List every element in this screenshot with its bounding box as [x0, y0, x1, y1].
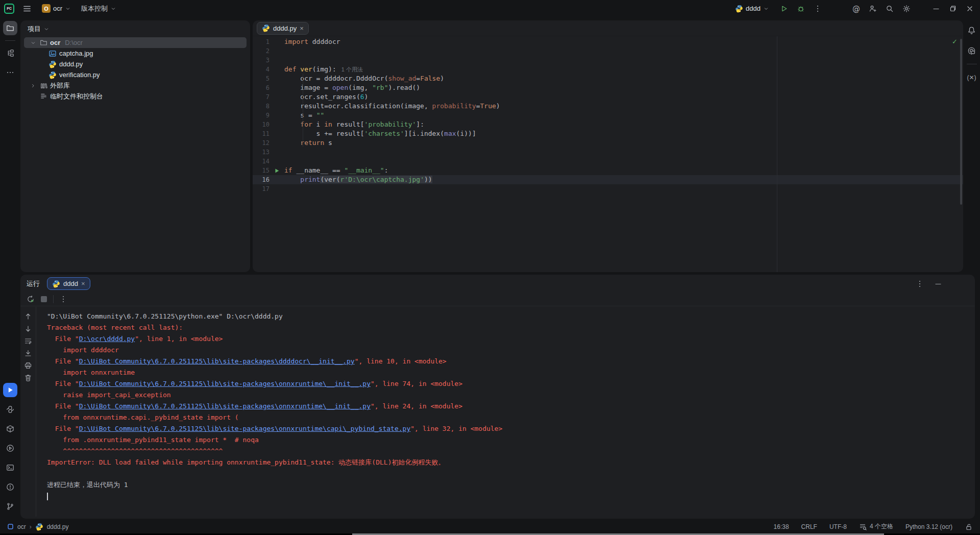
tree-item-ocr[interactable]: ocrD:\ocr [24, 37, 247, 48]
console-output[interactable]: "D:\UiBot Community\6.7.0.251125\python.… [36, 307, 975, 517]
run-button[interactable] [780, 5, 788, 13]
problems-button[interactable] [3, 480, 17, 494]
breadcrumb-project[interactable]: ocr [17, 523, 26, 530]
inspections-ok-icon[interactable]: ✓ [952, 38, 958, 45]
tree-item-captcha.jpg[interactable]: captcha.jpg [24, 48, 247, 59]
close-button[interactable] [966, 5, 974, 13]
line-number[interactable]: 4 [253, 65, 270, 74]
stack-trace-link[interactable]: D:\UiBot Community\6.7.0.251125\lib\site… [79, 357, 355, 365]
line-number[interactable]: 13 [253, 148, 270, 157]
line-number[interactable]: 2 [253, 46, 270, 56]
line-number[interactable]: 8 [253, 102, 270, 111]
breadcrumb-file[interactable]: dddd.py [47, 523, 69, 530]
rerun-button[interactable] [27, 295, 35, 303]
status-utf-8[interactable]: UTF-8 [829, 523, 847, 530]
editor-scrollbar[interactable] [960, 39, 962, 205]
add-user-button[interactable] [869, 5, 877, 13]
ai-assistant-button[interactable] [965, 43, 979, 58]
editor-tab-dddd-py[interactable]: dddd.py × [257, 22, 309, 35]
tab-close-icon[interactable]: × [300, 25, 304, 32]
chevron-right-icon[interactable] [29, 83, 37, 89]
run-tab-dddd[interactable]: dddd × [47, 277, 90, 290]
line-number[interactable]: 6 [253, 83, 270, 92]
minimize-button[interactable] [932, 5, 940, 13]
chevron-down-icon[interactable] [43, 26, 50, 32]
status-unlock-icon[interactable] [965, 523, 973, 531]
gutter [270, 138, 284, 148]
project-folder-button[interactable] [3, 21, 17, 35]
project-tree: ocrD:\ocrcaptcha.jpgdddd.pyverification.… [20, 37, 250, 102]
project-widget[interactable]: O ocr [40, 3, 73, 14]
line-number[interactable]: 9 [253, 111, 270, 120]
code-editor[interactable]: 1import ddddocr234def ver(img):1 个用法5 oc… [253, 36, 963, 193]
status-4-[interactable]: 4 个空格 [859, 522, 893, 531]
usages-inlay-hint[interactable]: 1 个用法 [341, 65, 363, 74]
more-options-button[interactable] [916, 280, 924, 288]
line-number[interactable]: 5 [253, 74, 270, 83]
tree-item--[interactable]: 外部库 [24, 80, 247, 91]
gutter [270, 65, 284, 74]
run-window-button[interactable] [3, 383, 17, 397]
maximize-button[interactable] [949, 5, 957, 13]
hide-panel-button[interactable] [934, 280, 942, 288]
stack-trace-link[interactable]: D:\ocr\dddd.py [79, 335, 135, 343]
image-file-icon [48, 50, 57, 58]
search-everywhere-button[interactable] [886, 5, 894, 13]
terminal-button[interactable] [3, 460, 17, 475]
soft-wrap-button[interactable] [24, 337, 32, 345]
line-number[interactable]: 1 [253, 37, 270, 46]
notifications-bell-button[interactable] [965, 23, 979, 37]
version-control-button[interactable] [3, 499, 17, 514]
arrow-down-button[interactable] [24, 325, 32, 333]
stack-trace-link[interactable]: D:\UiBot Community\6.7.0.251125\lib\site… [79, 402, 371, 410]
variables-button[interactable]: (✕) [965, 70, 979, 85]
console-line: File "D:\ocr\dddd.py", line 1, in <modul… [47, 333, 975, 345]
stack-trace-link[interactable]: D:\UiBot Community\6.7.0.251125\lib\site… [79, 425, 411, 432]
console-line: ImportError: DLL load failed while impor… [47, 457, 975, 468]
line-number[interactable]: 12 [253, 138, 270, 148]
code-text: print(ver(r'D:\ocr\captcha.jpg')) [284, 175, 432, 184]
vcs-widget[interactable]: 版本控制 [79, 3, 118, 15]
run-config-widget[interactable]: dddd [733, 3, 771, 14]
code-line-16: 16 print(ver(r'D:\ocr\captcha.jpg')) [253, 175, 963, 184]
debug-button[interactable] [797, 5, 805, 13]
more-actions-button[interactable] [814, 5, 822, 13]
stop-button[interactable] [40, 296, 47, 303]
tree-item-verification.py[interactable]: verification.py [24, 69, 247, 80]
notifications-bell-icon [967, 26, 976, 35]
scroll-end-button[interactable] [24, 349, 32, 357]
trash-button[interactable] [24, 374, 32, 382]
line-number[interactable]: 3 [253, 56, 270, 65]
at-mention-button[interactable]: @ [852, 5, 860, 13]
more-horizontal-button[interactable] [3, 65, 17, 80]
console-line: File "D:\UiBot Community\6.7.0.251125\li… [47, 356, 975, 367]
stack-trace-link[interactable]: D:\UiBot Community\6.7.0.251125\lib\site… [79, 380, 371, 387]
console-more-button[interactable] [59, 295, 67, 303]
print-button[interactable] [24, 361, 32, 370]
status-16-38[interactable]: 16:38 [774, 523, 789, 530]
status-python-3.12-ocr-[interactable]: Python 3.12 (ocr) [905, 523, 952, 530]
divider [967, 64, 977, 64]
settings-button[interactable] [902, 5, 911, 13]
line-number[interactable]: 7 [253, 92, 270, 102]
tree-item--[interactable]: 临时文件和控制台 [24, 91, 247, 102]
line-number[interactable]: 14 [253, 157, 270, 166]
line-number[interactable]: 11 [253, 129, 270, 138]
structure-button[interactable] [3, 46, 17, 60]
line-number[interactable]: 17 [253, 184, 270, 193]
services-button[interactable] [3, 441, 17, 455]
line-number[interactable]: 16 [253, 175, 270, 184]
main-menu-button[interactable] [20, 3, 34, 15]
run-tab-close-icon[interactable]: × [81, 280, 85, 287]
arrow-up-button[interactable] [24, 312, 32, 321]
line-number[interactable]: 10 [253, 120, 270, 129]
python-packages-button[interactable] [3, 422, 17, 436]
status-crlf[interactable]: CRLF [801, 523, 817, 530]
chevron-down-icon [65, 6, 71, 12]
code-line-2: 2 [253, 46, 963, 56]
python-console-button[interactable] [3, 402, 17, 417]
tree-item-dddd.py[interactable]: dddd.py [24, 59, 247, 69]
line-number[interactable]: 15 [253, 166, 270, 175]
chevron-down-icon[interactable] [29, 40, 37, 46]
run-gutter-icon[interactable] [270, 166, 284, 175]
